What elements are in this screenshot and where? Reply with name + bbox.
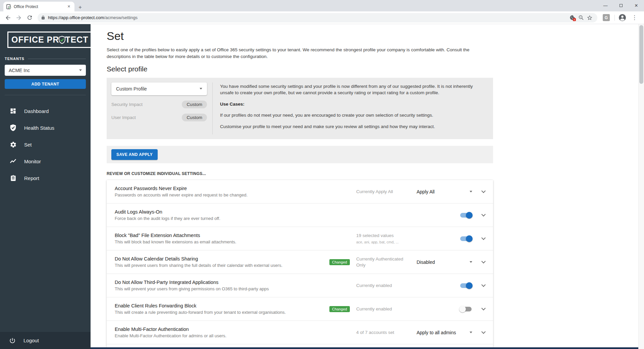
setting-select[interactable]: Apply to all admins (417, 330, 474, 335)
toggle-knob (466, 282, 473, 289)
sidebar-item-set[interactable]: Set (0, 136, 91, 153)
profile-avatar[interactable] (618, 13, 627, 22)
setting-row-audit-logs: Audit Logs Always-On Force back on the a… (107, 203, 493, 227)
logout-label: Logout (23, 338, 39, 343)
sidebar-item-label: Dashboard (24, 108, 49, 114)
chevron-down-icon (79, 69, 82, 71)
setting-select[interactable]: Disabled (417, 259, 474, 265)
select-profile-heading: Select profile (107, 65, 493, 73)
save-and-apply-button[interactable]: SAVE AND APPLY (111, 149, 158, 160)
back-button[interactable] (3, 13, 13, 22)
sidebar-item-health-status[interactable]: Health Status (0, 119, 91, 136)
expand-chevron-icon[interactable] (481, 212, 486, 217)
expand-chevron-icon[interactable] (481, 283, 486, 287)
reload-button[interactable] (25, 13, 34, 22)
profile-select[interactable]: Custom Profile (111, 82, 207, 95)
browser-tab-strip: Office Protect ✕ + — ✕ (0, 0, 644, 11)
new-tab-button[interactable]: + (78, 4, 82, 10)
setting-status: Currently Apply All (356, 189, 417, 195)
expand-chevron-icon[interactable] (481, 259, 486, 264)
gear-icon (9, 141, 17, 148)
setting-toggle[interactable] (460, 307, 472, 311)
logout-button[interactable]: Logout (0, 332, 91, 349)
setting-title: Audit Logs Always-On (115, 209, 326, 215)
expand-chevron-icon[interactable] (481, 330, 486, 334)
setting-text: Block "Bad" File Extension Attachments T… (115, 233, 329, 244)
setting-description: Force back on the audit logs if they are… (115, 216, 326, 221)
power-icon (9, 337, 16, 344)
browser-menu-icon[interactable]: ⋮ (628, 14, 641, 21)
toolbar-separator (614, 15, 615, 21)
forward-button[interactable] (14, 13, 23, 22)
profile-card-left: Custom Profile Security Impact Custom Us… (107, 82, 212, 135)
sidebar-item-report[interactable]: Report (0, 170, 91, 186)
changed-badge: Changed (329, 259, 350, 265)
maximize-button[interactable] (613, 0, 629, 11)
lock-icon (41, 15, 45, 20)
setting-control (417, 307, 474, 311)
clipboard-icon (9, 174, 17, 182)
cookies-blocked-icon[interactable]: x (568, 13, 577, 22)
setting-toggle[interactable] (460, 283, 472, 288)
setting-row-block-bad-extensions: Block "Bad" File Extension Attachments T… (107, 227, 493, 250)
setting-status-main: 19 selected values (356, 233, 412, 239)
health-shield-icon (9, 124, 17, 131)
add-tenant-button[interactable]: ADD TENANT (5, 79, 86, 89)
setting-row-calendar-sharing: Do Not Allow Calendar Details Sharing Th… (107, 250, 493, 274)
sidebar-item-label: Monitor (24, 159, 41, 164)
expand-slot (474, 191, 486, 192)
expand-chevron-icon[interactable] (481, 306, 486, 310)
profile-card: Custom Profile Security Impact Custom Us… (107, 78, 493, 139)
setting-status: Currently enabled (356, 306, 417, 312)
url-domain: https://app.office-protect.com (48, 15, 104, 20)
use-case-1: If our profiles do not meet your need, y… (220, 112, 486, 119)
setting-toggle[interactable] (460, 213, 472, 218)
security-impact-value: Custom (182, 101, 207, 108)
sidebar-item-dashboard[interactable]: Dashboard (0, 103, 91, 119)
setting-badge-slot: Changed (329, 306, 356, 312)
tab-close-icon[interactable]: ✕ (66, 4, 72, 9)
setting-control: Disabled (417, 259, 474, 265)
scrollbar-thumb[interactable] (639, 25, 643, 84)
shield-check-icon (59, 36, 65, 44)
expand-slot (474, 214, 486, 216)
setting-control (417, 283, 474, 288)
setting-row-third-party-apps: Do Not Allow Third-Party Integrated Appl… (107, 274, 493, 297)
page-scrollbar[interactable] (638, 24, 644, 349)
setting-control: Apply to all admins (417, 330, 474, 335)
close-window-button[interactable]: ✕ (629, 0, 644, 11)
expand-chevron-icon[interactable] (481, 236, 486, 240)
setting-select[interactable]: Apply All (417, 189, 474, 194)
bookmark-star-icon[interactable] (585, 13, 594, 22)
browser-tab[interactable]: Office Protect ✕ (3, 2, 74, 11)
setting-row-client-rules-forwarding: Enable Client Rules Forwarding Block Thi… (107, 297, 493, 321)
tab-title: Office Protect (14, 4, 64, 9)
url-text: https://app.office-protect.com/acmesw/se… (48, 15, 568, 20)
sidebar-divider (5, 95, 86, 95)
tenant-select[interactable]: ACME Inc (5, 65, 86, 76)
sidebar-item-monitor[interactable]: Monitor (0, 153, 91, 170)
toggle-knob (466, 235, 473, 242)
setting-row-account-passwords: Account Passwords Never Expire Passwords… (107, 180, 493, 203)
trending-line-icon (9, 158, 17, 165)
setting-description: This will prevent users from sharing the… (115, 263, 326, 268)
setting-title: Block "Bad" File Extension Attachments (115, 233, 326, 238)
setting-toggle[interactable] (460, 236, 472, 241)
browser-toolbar: https://app.office-protect.com/acmesw/se… (0, 11, 644, 24)
user-impact-row: User Impact Custom (111, 114, 207, 121)
chevron-down-icon (470, 261, 472, 263)
tenants-rule (28, 59, 86, 59)
logo: OFFICE PRTECT (0, 24, 91, 48)
extension-g-icon[interactable]: G (603, 14, 610, 21)
zoom-page-icon[interactable] (577, 13, 585, 22)
setting-title: Enable Client Rules Forwarding Block (115, 303, 326, 308)
setting-select-value: Apply All (417, 189, 435, 194)
user-impact-value: Custom (182, 114, 207, 121)
sidebar-spacer (0, 186, 91, 332)
expand-chevron-icon[interactable] (481, 189, 486, 193)
minimize-button[interactable]: — (598, 0, 613, 11)
setting-text: Audit Logs Always-On Force back on the a… (115, 209, 329, 221)
url-bar[interactable]: https://app.office-protect.com/acmesw/se… (38, 13, 597, 22)
url-path: /acmesw/settings (104, 15, 138, 20)
favicon-icon (6, 4, 11, 9)
